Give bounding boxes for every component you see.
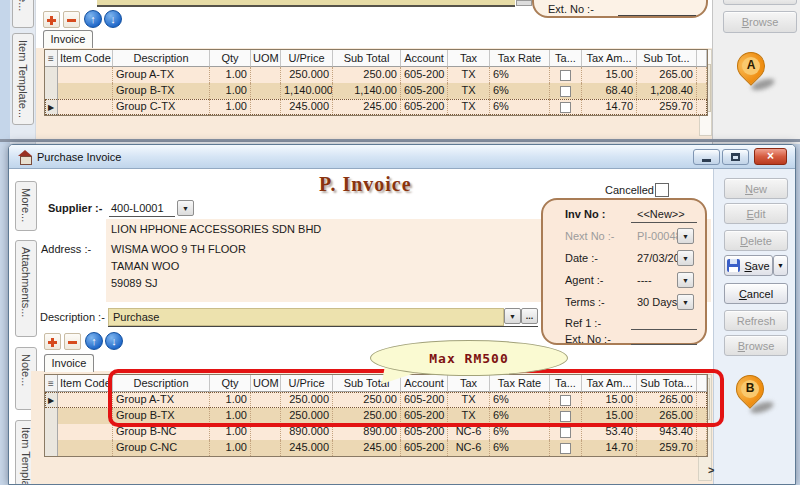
invoice-info-panel: Inv No : <<New>> Next No :- PI-00048 ▼ D… <box>541 198 707 345</box>
save-split-dropdown[interactable]: ▼ <box>773 255 788 276</box>
page-title: P. Invoice <box>319 173 412 196</box>
next-no-value[interactable]: PI-00048 <box>637 230 682 242</box>
minus-icon <box>67 19 76 22</box>
marker-pin-b: B <box>734 373 774 421</box>
active-row-marker-icon: ▶ <box>48 396 54 405</box>
sidebar-tab-more[interactable]: More... <box>15 181 37 231</box>
table-row[interactable]: ▶Group C-TX1.00245.000245.00605-200TX6%1… <box>45 99 707 115</box>
table-row[interactable]: Group A-TX1.00250.000250.00605-200TX6%15… <box>45 67 707 83</box>
tax-inclusive-checkbox[interactable] <box>560 86 571 97</box>
supplier-dropdown-button[interactable]: ▼ <box>177 200 194 216</box>
chevron-down-icon: ▼ <box>682 252 689 266</box>
screenshot-stage: te... Item Template... Ext. No :- Browse… <box>0 0 800 485</box>
description-input[interactable]: Purchase <box>108 308 504 326</box>
floppy-icon <box>727 259 740 272</box>
description-field-row: Purchase ▼ ... <box>108 308 538 327</box>
table-row[interactable]: Group C-NC1.00245.000245.00605-200NC-66%… <box>45 440 707 456</box>
ext-no-panel: Ext. No :- <box>532 0 708 18</box>
inv-no-label: Inv No : <box>565 208 605 220</box>
date-dropdown-button[interactable]: ▼ <box>677 250 694 266</box>
callout-bubble: Max RM500 <box>370 340 568 376</box>
browse-button[interactable]: Browse <box>723 11 797 33</box>
description-label: Description :- <box>40 311 105 323</box>
remove-row-button[interactable] <box>64 333 81 350</box>
tax-inclusive-checkbox[interactable] <box>560 70 571 81</box>
tax-inclusive-checkbox[interactable] <box>560 443 571 454</box>
app-house-icon <box>18 150 33 163</box>
address-line: WISMA WOO 9 TH FLOOR <box>111 243 246 255</box>
background-invoice-window: te... Item Template... Ext. No :- Browse… <box>0 0 800 144</box>
purchase-invoice-window: Purchase Invoice × More... Attachments..… <box>8 144 796 485</box>
tab-invoice[interactable]: Invoice <box>44 354 94 372</box>
remove-row-button[interactable] <box>63 11 80 28</box>
address-line: TAMAN WOO <box>111 260 179 272</box>
new-button[interactable]: New <box>724 178 788 199</box>
inv-no-value: <<New>> <box>637 208 685 220</box>
move-down-button[interactable]: ↓ <box>104 10 122 28</box>
sidebar-tab-note-partial[interactable]: te... <box>12 0 34 28</box>
background-right-panel: Browse A <box>712 0 800 144</box>
window-title: Purchase Invoice <box>37 151 121 163</box>
edit-button[interactable]: Edit <box>724 203 788 224</box>
refresh-button[interactable]: Refresh <box>724 310 788 331</box>
move-up-button[interactable]: ↑ <box>85 332 103 350</box>
partial-button <box>723 0 797 5</box>
chevron-down-icon: ▼ <box>509 310 516 324</box>
sidebar-tab-attachments[interactable]: Attachments... <box>15 240 37 337</box>
chevron-down-icon: ▼ <box>682 296 689 310</box>
scroll-right-arrow[interactable]: > <box>708 464 714 476</box>
partial-buttons <box>516 0 532 6</box>
date-label: Date :- <box>565 252 598 264</box>
ext-no-underline <box>618 15 696 16</box>
delete-button[interactable]: Delete <box>724 230 788 251</box>
add-row-button[interactable] <box>43 11 60 28</box>
tax-inclusive-checkbox[interactable] <box>560 102 571 113</box>
tab-invoice[interactable]: Invoice <box>43 30 93 48</box>
browse-button[interactable]: Browse <box>724 335 788 356</box>
title-bar[interactable]: Purchase Invoice × <box>9 145 795 169</box>
down-arrow-icon: ↓ <box>111 335 117 347</box>
sidebar-tab-item-template[interactable]: Item Template... <box>12 33 34 125</box>
save-button[interactable]: Save <box>724 255 773 276</box>
action-button-panel: New Edit Delete Save ▼ Cancel Refresh Br… <box>713 169 795 484</box>
table-row[interactable]: Group B-TX1.001,140.0001,140.00605-200TX… <box>45 83 707 99</box>
chevron-down-icon: ▼ <box>682 230 689 244</box>
move-down-button[interactable]: ↓ <box>105 332 123 350</box>
tax-inclusive-checkbox[interactable] <box>560 427 571 438</box>
maximize-button[interactable] <box>722 149 749 165</box>
agent-label: Agent :- <box>565 274 604 286</box>
grid-corner-icon: ≡ <box>48 53 54 64</box>
background-window-bottom-edge <box>0 139 800 142</box>
pin-letter: B <box>736 381 764 395</box>
ellipsis-icon: ... <box>526 309 534 323</box>
supplier-value[interactable]: 400-L0001 <box>111 202 164 214</box>
terms-value[interactable]: 30 Days <box>637 296 677 308</box>
terms-dropdown-button[interactable]: ▼ <box>677 294 694 310</box>
active-row-marker-icon: ▶ <box>48 103 54 112</box>
next-no-dropdown-button[interactable]: ▼ <box>677 228 694 244</box>
terms-label: Terms :- <box>565 296 605 308</box>
background-left-strip <box>0 0 10 144</box>
cancelled-checkbox[interactable] <box>655 183 669 197</box>
grid-header-row: ≡Item CodeDescriptionQtyUOMU/PriceSub To… <box>45 50 707 67</box>
ref1-input[interactable] <box>631 329 697 330</box>
description-dropdown-button[interactable]: ▼ <box>504 308 521 324</box>
description-ellipsis-button[interactable]: ... <box>521 308 538 324</box>
add-row-button[interactable] <box>44 333 61 350</box>
close-button[interactable]: × <box>754 148 787 165</box>
move-up-button[interactable]: ↑ <box>84 10 102 28</box>
minimize-icon <box>702 159 711 162</box>
agent-value[interactable]: ---- <box>637 274 652 286</box>
ext-no-label: Ext. No :- <box>565 333 611 345</box>
up-arrow-icon: ↑ <box>90 13 96 25</box>
next-no-label: Next No :- <box>565 230 615 242</box>
agent-dropdown-button[interactable]: ▼ <box>677 272 694 288</box>
cancel-button[interactable]: Cancel <box>724 283 788 304</box>
ext-no-input[interactable] <box>631 344 697 345</box>
grid-corner-icon: ≡ <box>48 378 54 389</box>
ext-no-label: Ext. No :- <box>548 3 594 15</box>
maximize-icon <box>731 153 740 161</box>
invoice-items-table: ≡Item CodeDescriptionQtyUOMU/PriceSub To… <box>44 49 708 116</box>
minimize-button[interactable] <box>693 149 720 165</box>
cancelled-label: Cancelled <box>605 184 654 196</box>
